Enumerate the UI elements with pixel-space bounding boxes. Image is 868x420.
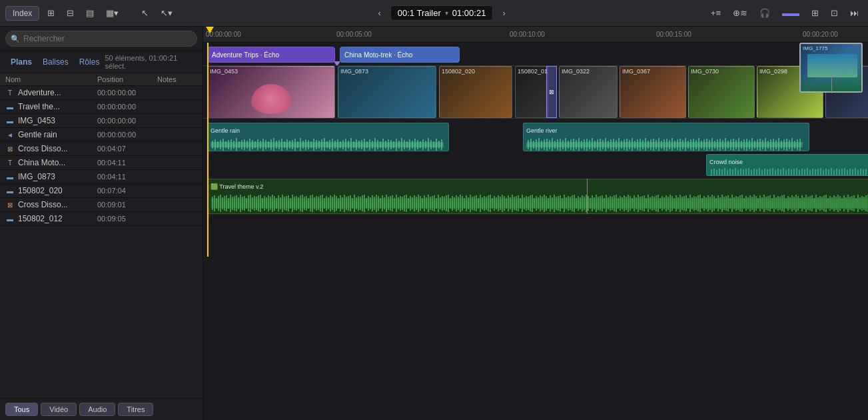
svg-rect-521 [717,195,719,211]
svg-rect-277 [230,195,231,212]
audio-clip-crowd-noise[interactable]: Crowd noise [706,154,868,176]
svg-rect-433 [542,197,543,210]
nav-next-button[interactable]: › [498,6,509,20]
layout-btn-2[interactable]: ⊟ [63,6,78,20]
svg-rect-217 [777,169,779,176]
svg-rect-96 [546,139,548,151]
svg-rect-381 [438,195,439,212]
svg-rect-578 [831,197,833,209]
svg-rect-520 [715,198,717,209]
svg-rect-147 [682,140,683,149]
preview-connector [831,73,832,93]
svg-rect-518 [711,195,713,212]
svg-rect-588 [851,196,853,211]
list-item[interactable]: T Adventure... 00:00:00:00 [0,86,203,100]
zoom-waveform-button[interactable]: ⊕≋ [729,6,751,20]
list-item[interactable]: ▬ IMG_0873 00:04:11 [0,170,203,184]
svg-rect-562 [799,198,801,209]
col-nom: Nom [5,75,97,83]
audio-clip-gentle-rain[interactable]: Gentle rain // Generate waveform bars in… [207,123,449,151]
svg-rect-393 [462,196,463,211]
search-input[interactable] [5,31,197,47]
list-item[interactable]: ▬ 150802_012 00:09:05 [0,212,203,226]
video-clip-150802020[interactable]: 150802_020 [439,66,512,118]
external-button[interactable]: ⊡ [827,6,842,20]
svg-rect-60 [369,139,370,150]
cursor-tool-2[interactable]: ↖▾ [157,6,177,20]
svg-rect-178 [765,138,766,151]
index-button[interactable]: Index [5,6,39,21]
list-item[interactable]: ▬ 150802_020 00:07:04 [0,184,203,198]
svg-rect-269 [214,195,215,211]
svg-rect-176 [759,139,761,151]
svg-rect-213 [767,169,768,176]
svg-rect-546 [767,196,769,211]
list-item[interactable]: ◄ Gentle rain 00:00:00:00 [0,128,203,142]
svg-rect-461 [598,197,599,210]
svg-rect-235 [825,169,827,176]
svg-rect-516 [707,195,709,211]
svg-rect-557 [789,197,791,209]
svg-rect-184 [781,141,782,149]
skip-button[interactable]: ⏭ [846,6,863,20]
layout-btn-4[interactable]: ▦▾ [102,6,123,20]
video-clip-img0322[interactable]: IMG_0322 [559,66,618,118]
svg-rect-482 [640,197,641,210]
list-item[interactable]: ▬ IMG_0453 00:00:00:00 [0,114,203,128]
svg-rect-344 [364,195,365,212]
svg-rect-169 [741,141,742,149]
tab-plans[interactable]: Plans [5,56,37,68]
svg-rect-592 [859,197,861,209]
timeline-ruler[interactable]: 00:00:00:00 00:00:05:00 00:00:10:00 00:0… [203,27,868,43]
svg-rect-410 [496,197,497,209]
echo-clip-adventure[interactable]: Adventure Trips · Écho [207,47,335,63]
svg-rect-409 [494,196,495,211]
video-clip-img0453[interactable]: IMG_0453 [207,66,335,118]
audio-lanes-button[interactable]: ▬▬ [778,6,803,20]
svg-rect-589 [853,195,855,211]
svg-rect-276 [228,198,229,209]
svg-rect-74 [406,141,408,148]
timeline-empty-space[interactable] [203,217,868,257]
filter-video[interactable]: Vidéo [41,403,77,416]
filter-audio[interactable]: Audio [79,403,115,416]
audio-clip-gentle-river[interactable]: Gentle river [523,123,809,151]
nav-prev-button[interactable]: ‹ [374,6,384,20]
cursor-tool[interactable]: ↖ [137,6,153,20]
list-item[interactable]: ▬ Travel the... 00:00:00:00 [0,100,203,114]
list-item[interactable]: ⊠ Cross Disso... 00:04:07 [0,142,203,156]
svg-rect-53 [350,138,352,151]
add-track-button[interactable]: +≡ [707,6,725,20]
tab-balises[interactable]: Balises [37,56,74,68]
timecode-display[interactable]: 00:1 Trailer ▾ 01:00:21 [390,5,494,21]
transition-marker[interactable]: ⊠ [546,66,557,118]
svg-rect-550 [775,197,777,209]
layout-btn-3[interactable]: ▤ [82,6,98,20]
music-clip-travel-theme[interactable]: 🟩 Travel theme v.2 /* bars generated bel… [207,179,868,214]
filter-tous[interactable]: Tous [5,403,38,416]
svg-rect-358 [392,195,393,211]
video-clip-img0367[interactable]: IMG_0367 [620,66,686,118]
video-clip-img0730[interactable]: IMG_0730 [688,66,755,118]
waveform-svg-2 [526,137,803,151]
video-clip-img0873[interactable]: IMG_0873 [338,66,436,118]
svg-rect-538 [751,197,753,210]
list-item[interactable]: T China Moto... 00:04:11 [0,156,203,170]
video-clip-150802012[interactable]: 150802_012 [515,66,548,118]
svg-rect-323 [322,195,323,212]
svg-rect-39 [313,139,314,151]
row-position: 00:07:04 [97,187,157,195]
svg-rect-211 [761,170,763,175]
row-name-text: Cross Disso... [18,200,68,209]
waveform-button[interactable]: 🎧 [755,6,774,20]
filter-titres[interactable]: Titres [118,403,153,416]
svg-rect-317 [310,195,311,211]
layout-btn-1[interactable]: ⊞ [43,6,59,20]
grid-button[interactable]: ⊞ [807,6,823,20]
tab-roles[interactable]: Rôles [74,56,105,68]
tracks-container[interactable]: Adventure Trips · Écho China Moto-trek ·… [203,43,868,420]
svg-rect-246 [855,168,856,176]
waveform-music: /* bars generated below */ [208,191,868,214]
list-item[interactable]: ⊠ Cross Disso... 00:09:01 [0,198,203,212]
echo-clip-china[interactable]: China Moto-trek · Écho [340,47,460,63]
